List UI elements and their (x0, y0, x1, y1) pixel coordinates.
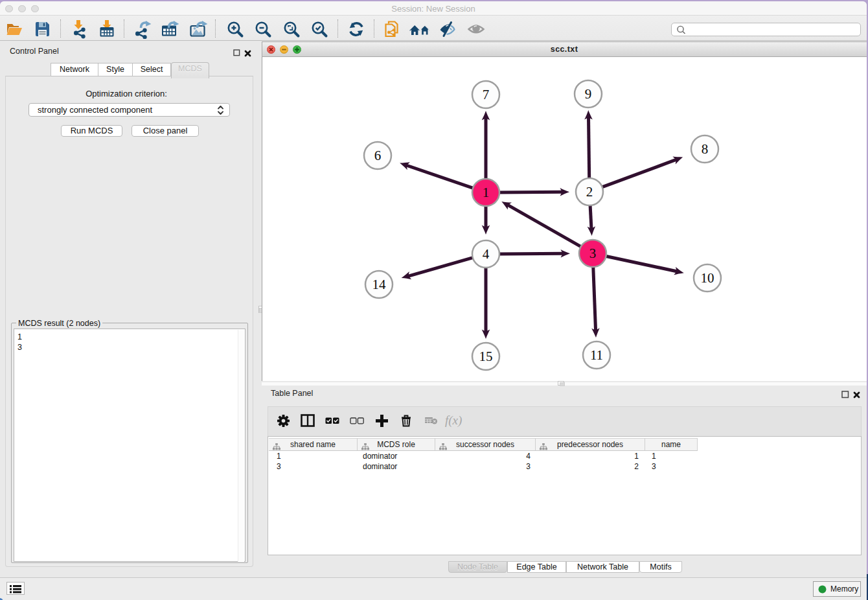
svg-text:10: 10 (701, 270, 714, 286)
svg-text:7: 7 (483, 87, 490, 102)
svg-text:11: 11 (590, 347, 603, 363)
svg-text:1: 1 (483, 185, 490, 200)
svg-text:6: 6 (374, 148, 382, 163)
svg-text:3: 3 (589, 246, 597, 261)
svg-text:15: 15 (479, 349, 493, 364)
svg-text:2: 2 (586, 184, 593, 200)
svg-text:9: 9 (585, 86, 592, 102)
svg-text:8: 8 (702, 141, 709, 157)
svg-text:14: 14 (372, 277, 387, 292)
svg-text:4: 4 (483, 246, 490, 262)
